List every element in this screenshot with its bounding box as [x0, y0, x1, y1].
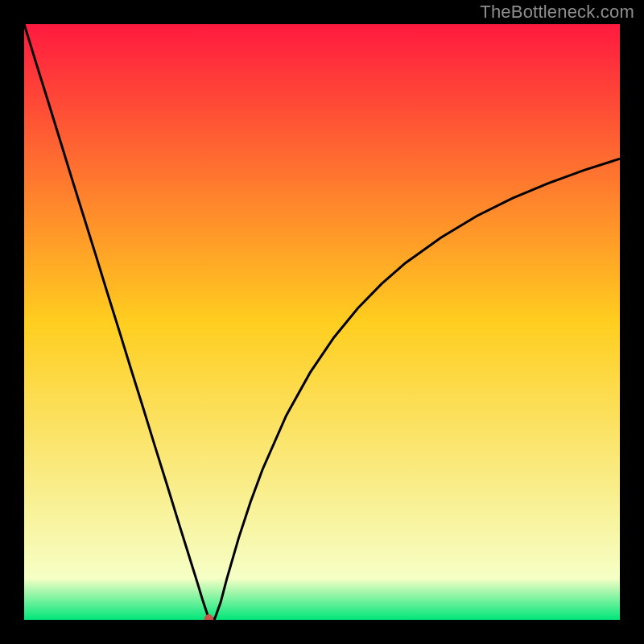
- gradient-background: [24, 24, 620, 620]
- chart-svg: [24, 24, 620, 620]
- attribution-text: TheBottleneck.com: [480, 2, 634, 23]
- chart-frame: TheBottleneck.com: [0, 0, 644, 644]
- plot-area: [24, 24, 620, 620]
